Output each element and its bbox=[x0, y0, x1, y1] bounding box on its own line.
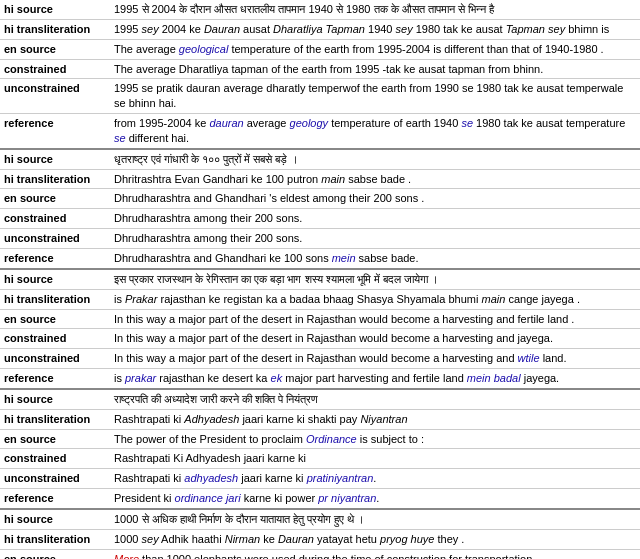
content-unconstrained-2: Dhrudharashtra among their 200 sons. bbox=[110, 229, 640, 249]
content-hi-source-3: इस प्रकार राजस्थान के रेगिस्तान का एक बड… bbox=[110, 269, 640, 289]
label-hi-source-3: hi source bbox=[0, 269, 110, 289]
label-hi-translit-2: hi transliteration bbox=[0, 169, 110, 189]
label-constrained-4: constrained bbox=[0, 449, 110, 469]
main-table: hi source 1995 से 2004 के दौरान औसत धरात… bbox=[0, 0, 640, 559]
label-unconstrained-2: unconstrained bbox=[0, 229, 110, 249]
label-hi-translit-4: hi transliteration bbox=[0, 409, 110, 429]
row-s4-hi-source: hi source राष्ट्रपति की अध्यादेश जारी कर… bbox=[0, 389, 640, 409]
content-hi-translit-3: is Prakar rajasthan ke registan ka a bad… bbox=[110, 289, 640, 309]
row-s2-hi-translit: hi transliteration Dhritrashtra Evan Gan… bbox=[0, 169, 640, 189]
label-hi-translit-5: hi transliteration bbox=[0, 529, 110, 549]
label-unconstrained-1: unconstrained bbox=[0, 79, 110, 114]
row-s5-en-source: en source More than 1000 elephants were … bbox=[0, 549, 640, 559]
label-unconstrained-4: unconstrained bbox=[0, 469, 110, 489]
label-hi-source-1: hi source bbox=[0, 0, 110, 19]
content-unconstrained-3: In this way a major part of the desert i… bbox=[110, 349, 640, 369]
row-s3-hi-source: hi source इस प्रकार राजस्थान के रेगिस्ता… bbox=[0, 269, 640, 289]
row-s4-constrained: constrained Rashtrapati Ki Adhyadesh jaa… bbox=[0, 449, 640, 469]
row-s1-unconstrained: unconstrained 1995 se pratik dauran aver… bbox=[0, 79, 640, 114]
label-constrained-1: constrained bbox=[0, 59, 110, 79]
content-hi-source-5: 1000 से अधिक हाथी निर्माण के दौरान याताय… bbox=[110, 509, 640, 529]
label-en-source-2: en source bbox=[0, 189, 110, 209]
label-hi-source-4: hi source bbox=[0, 389, 110, 409]
label-hi-source-5: hi source bbox=[0, 509, 110, 529]
row-s4-hi-translit: hi transliteration Rashtrapati ki Adhyad… bbox=[0, 409, 640, 429]
content-reference-2: Dhrudharashtra and Ghandhari ke 100 sons… bbox=[110, 248, 640, 268]
label-hi-source-2: hi source bbox=[0, 149, 110, 169]
row-s3-reference: reference is prakar rajasthan ke desert … bbox=[0, 369, 640, 389]
label-hi-translit-3: hi transliteration bbox=[0, 289, 110, 309]
row-s1-hi-source: hi source 1995 से 2004 के दौरान औसत धरात… bbox=[0, 0, 640, 19]
content-reference-4: President ki ordinance jari karne ki pow… bbox=[110, 489, 640, 509]
label-constrained-3: constrained bbox=[0, 329, 110, 349]
label-hi-translit-1: hi transliteration bbox=[0, 19, 110, 39]
row-s1-reference: reference from 1995-2004 ke dauran avera… bbox=[0, 114, 640, 149]
label-en-source-3: en source bbox=[0, 309, 110, 329]
row-s1-hi-translit: hi transliteration 1995 sey 2004 ke Daur… bbox=[0, 19, 640, 39]
content-constrained-1: The average Dharatliya tapman of the ear… bbox=[110, 59, 640, 79]
row-s2-hi-source: hi source धृतराष्ट्र एवं गांधारी के १०० … bbox=[0, 149, 640, 169]
label-unconstrained-3: unconstrained bbox=[0, 349, 110, 369]
label-en-source-1: en source bbox=[0, 39, 110, 59]
content-en-source-1: The average geological temperature of th… bbox=[110, 39, 640, 59]
row-s3-unconstrained: unconstrained In this way a major part o… bbox=[0, 349, 640, 369]
content-hi-translit-4: Rashtrapati ki Adhyadesh jaari karne ki … bbox=[110, 409, 640, 429]
row-s2-unconstrained: unconstrained Dhrudharashtra among their… bbox=[0, 229, 640, 249]
content-unconstrained-4: Rashtrapati ki adhyadesh jaari karne ki … bbox=[110, 469, 640, 489]
content-en-source-2: Dhrudharashtra and Ghandhari 's eldest a… bbox=[110, 189, 640, 209]
content-reference-1: from 1995-2004 ke dauran average geology… bbox=[110, 114, 640, 149]
label-constrained-2: constrained bbox=[0, 209, 110, 229]
label-en-source-5: en source bbox=[0, 549, 110, 559]
content-hi-source-1: 1995 से 2004 के दौरान औसत धरातलीय तापमान… bbox=[110, 0, 640, 19]
row-s1-constrained: constrained The average Dharatliya tapma… bbox=[0, 59, 640, 79]
row-s3-hi-translit: hi transliteration is Prakar rajasthan k… bbox=[0, 289, 640, 309]
row-s1-en-source: en source The average geological tempera… bbox=[0, 39, 640, 59]
row-s5-hi-source: hi source 1000 से अधिक हाथी निर्माण के द… bbox=[0, 509, 640, 529]
label-reference-4: reference bbox=[0, 489, 110, 509]
content-constrained-2: Dhrudharashtra among their 200 sons. bbox=[110, 209, 640, 229]
content-hi-source-4: राष्ट्रपति की अध्यादेश जारी करने की शक्त… bbox=[110, 389, 640, 409]
content-en-source-4: The power of the President to proclaim O… bbox=[110, 429, 640, 449]
row-s2-reference: reference Dhrudharashtra and Ghandhari k… bbox=[0, 248, 640, 268]
content-constrained-4: Rashtrapati Ki Adhyadesh jaari karne ki bbox=[110, 449, 640, 469]
row-s4-reference: reference President ki ordinance jari ka… bbox=[0, 489, 640, 509]
label-reference-3: reference bbox=[0, 369, 110, 389]
content-hi-translit-1: 1995 sey 2004 ke Dauran ausat Dharatliya… bbox=[110, 19, 640, 39]
content-reference-3: is prakar rajasthan ke desert ka ek majo… bbox=[110, 369, 640, 389]
row-s3-constrained: constrained In this way a major part of … bbox=[0, 329, 640, 349]
row-s2-constrained: constrained Dhrudharashtra among their 2… bbox=[0, 209, 640, 229]
row-s4-unconstrained: unconstrained Rashtrapati ki adhyadesh j… bbox=[0, 469, 640, 489]
row-s3-en-source: en source In this way a major part of th… bbox=[0, 309, 640, 329]
row-s2-en-source: en source Dhrudharashtra and Ghandhari '… bbox=[0, 189, 640, 209]
label-en-source-4: en source bbox=[0, 429, 110, 449]
row-s4-en-source: en source The power of the President to … bbox=[0, 429, 640, 449]
content-hi-translit-2: Dhritrashtra Evan Gandhari ke 100 putron… bbox=[110, 169, 640, 189]
content-constrained-3: In this way a major part of the desert i… bbox=[110, 329, 640, 349]
more-text: More bbox=[114, 553, 139, 559]
row-s5-hi-translit: hi transliteration 1000 sey Adhik haathi… bbox=[0, 529, 640, 549]
content-hi-translit-5: 1000 sey Adhik haathi Nirman ke Dauran y… bbox=[110, 529, 640, 549]
content-en-source-3: In this way a major part of the desert i… bbox=[110, 309, 640, 329]
content-hi-source-2: धृतराष्ट्र एवं गांधारी के १०० पुत्रों मे… bbox=[110, 149, 640, 169]
label-reference-1: reference bbox=[0, 114, 110, 149]
content-en-source-5: More than 1000 elephants were used durin… bbox=[110, 549, 640, 559]
label-reference-2: reference bbox=[0, 248, 110, 268]
content-unconstrained-1: 1995 se pratik dauran average dharatly t… bbox=[110, 79, 640, 114]
